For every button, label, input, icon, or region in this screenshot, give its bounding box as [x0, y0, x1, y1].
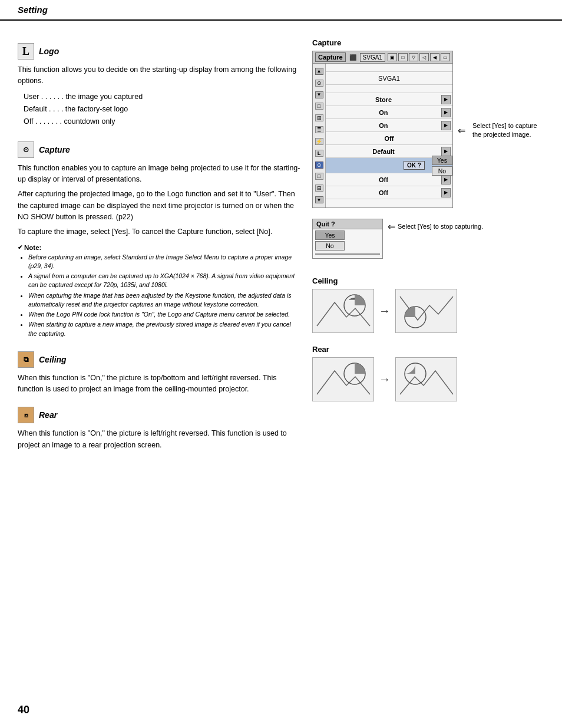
capture-panel-label: Capture [312, 38, 541, 47]
logo-options: User . . . . . . the image you captured … [24, 91, 300, 129]
yes-btn[interactable]: Yes [432, 156, 452, 165]
icon-2: □ [398, 53, 408, 61]
logo-option-default: Default . . . . the factory-set logo [24, 103, 300, 116]
row-store-arrow[interactable]: ▶ [441, 95, 451, 104]
capture-body2: After capturing the projected image, go … [18, 189, 300, 223]
capture-icon: ⊙ [18, 141, 34, 158]
scroll-down-btn2[interactable]: ▼ [315, 196, 323, 203]
left-column: L Logo This function allows you to decid… [18, 32, 300, 453]
quit-area: Quit ? Yes No ⇐ Select [Yes] to stop cap… [312, 213, 541, 259]
capture-panel: Capture ⬛ SVGA1 ▣ □ ▽ ◁ ◀ ▭ [312, 51, 453, 208]
rear-diagram: → [312, 357, 541, 401]
logo-icon: L [18, 43, 34, 60]
capture-body3: To capture the image, select [Yes]. To c… [18, 226, 300, 238]
row-icon-store: □ [315, 103, 323, 110]
logo-section-header: L Logo [18, 43, 300, 60]
row-icon-off2: □ [315, 173, 323, 180]
ceiling-before-box [312, 289, 374, 333]
quit-yes-btn[interactable]: Yes [315, 230, 345, 240]
row-icon-on2: ≣ [315, 126, 323, 133]
ok-annotation-area: ⇐ Select [Yes] to capture the projected … [458, 51, 541, 146]
row-off1-value: Off [326, 135, 452, 142]
logo-body: This function allows you to decide on th… [18, 64, 300, 87]
ceiling-before-svg [314, 291, 373, 332]
page-title: Setting [18, 5, 48, 15]
rear-section-header: ⧈ Rear [18, 407, 300, 423]
row-default-value: Default [326, 148, 441, 155]
ceiling-body: When this function is "On," the picture … [18, 373, 300, 396]
icon-3: ▽ [409, 53, 418, 61]
note-box: Note: Before capturing an image, select … [18, 244, 300, 338]
capture-left-col: ▲ ⊙ ▼ □ ⊞ ≣ ⚡ L ⊙ □ ⊟ ▼ [313, 64, 326, 207]
right-column: Capture Capture ⬛ SVGA1 ▣ □ ▽ ◁ ◀ [312, 32, 541, 453]
row-ok: OK ? Yes No [326, 158, 452, 173]
row-off3-value: Off [326, 189, 441, 196]
row-on2-value: On [326, 122, 441, 129]
row-off3: Off ▶ [326, 186, 452, 199]
row-on2-arrow[interactable]: ▶ [441, 121, 451, 130]
note-item-1: Before capturing an image, select Standa… [28, 253, 300, 271]
ceiling-diagram-section: Ceiling → [312, 276, 541, 333]
quit-bottom-bar [315, 253, 380, 257]
icon-4: ◁ [419, 53, 429, 61]
no-btn[interactable]: No [432, 166, 452, 176]
row-icon-logo: L [315, 150, 323, 157]
capture-top-bar: Capture ⬛ SVGA1 ▣ □ ▽ ◁ ◀ ▭ [313, 51, 452, 64]
quit-no-btn[interactable]: No [315, 241, 345, 251]
row-on1-arrow[interactable]: ▶ [441, 108, 451, 117]
quit-rows: Yes No [313, 229, 382, 258]
ceiling-section-header: ⧉ Ceiling [18, 351, 300, 368]
rear-after-box [395, 357, 457, 401]
row-icon-on1: ⊞ [315, 114, 323, 121]
quit-title: Quit ? [313, 219, 382, 229]
row-spacer-up [326, 64, 452, 72]
row-off3-arrow[interactable]: ▶ [441, 188, 451, 197]
logo-option-off: Off . . . . . . . countdown only [24, 116, 300, 128]
quit-panel: Quit ? Yes No [312, 219, 383, 259]
row-off1: Off [326, 132, 452, 145]
row-icon-off: ⚡ [315, 138, 323, 145]
ceiling-icon: ⧉ [18, 351, 34, 368]
rear-before-svg [314, 359, 373, 400]
row-off2-arrow[interactable]: ▶ [441, 175, 451, 185]
scroll-down-btn[interactable]: ▼ [315, 91, 323, 98]
quit-arrow-icon: ⇐ [388, 221, 395, 232]
ok-arrow-icon: ⇐ [458, 125, 465, 136]
capture-menu-area: ▲ ⊙ ▼ □ ⊞ ≣ ⚡ L ⊙ □ ⊟ ▼ [313, 64, 452, 207]
ceiling-diagram-label: Ceiling [312, 276, 541, 285]
note-list: Before capturing an image, select Standa… [18, 253, 300, 338]
row-store: Store ▶ [326, 93, 452, 106]
icon-1: ▣ [388, 53, 397, 61]
row-spacer-bottom [326, 199, 452, 207]
page-number: 40 [18, 704, 29, 716]
ok-annotation: Select [Yes] to capture the projected im… [472, 121, 541, 140]
capture-top-icons: ▣ □ ▽ ◁ ◀ ▭ [388, 53, 450, 61]
rear-icon: ⧈ [18, 407, 34, 423]
ceiling-diagram: → [312, 289, 541, 333]
rear-diagram-label: Rear [312, 345, 541, 354]
row-store-value: Store [326, 96, 441, 103]
rear-after-svg [397, 359, 456, 400]
logo-title: Logo [39, 47, 59, 56]
rear-before-box [312, 357, 374, 401]
rear-body: When this function is "On," the picture … [18, 428, 300, 451]
row-off2-value: Off [326, 176, 441, 183]
row-icon-capture: ⊙ [315, 162, 323, 169]
yes-no-btns: Yes No [432, 156, 452, 176]
capture-section-header: ⊙ Capture [18, 141, 300, 158]
row-english: SVGA1 [326, 72, 452, 85]
row-on2: On ▶ [326, 119, 452, 132]
icon-5: ◀ [430, 53, 439, 61]
note-item-4: When the Logo PIN code lock function is … [28, 310, 300, 319]
ceiling-after-box [395, 289, 457, 333]
row-default-arrow[interactable]: ▶ [441, 147, 451, 156]
scroll-up-btn[interactable]: ▲ [315, 68, 323, 75]
row-english-value: SVGA1 [326, 75, 452, 82]
ceiling-title: Ceiling [39, 355, 67, 364]
page-header: Setting [0, 0, 562, 21]
capture-values-col: SVGA1 Store ▶ On [326, 64, 452, 207]
row-icon-off3: ⊟ [315, 185, 323, 192]
ceiling-arrow: → [379, 304, 391, 318]
quit-annotation: Select [Yes] to stop capturing. [398, 222, 483, 231]
note-item-5: When starting to capture a new image, th… [28, 320, 300, 338]
